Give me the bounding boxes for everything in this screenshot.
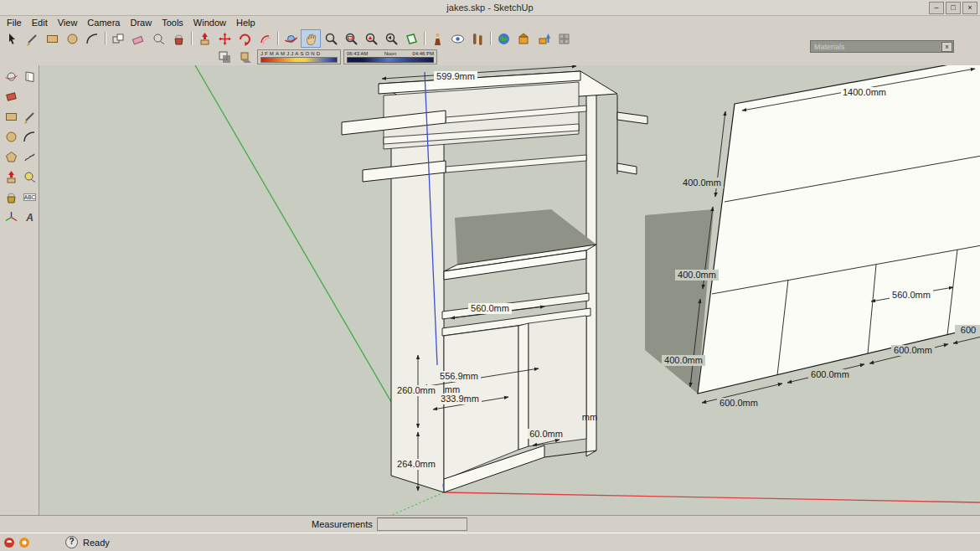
palette-paint-bucket-button[interactable] [2, 188, 21, 207]
palette-tape-measure-button[interactable] [20, 167, 39, 187]
rotated-rectangle-icon [4, 90, 18, 104]
time-gradient-slider[interactable] [347, 57, 434, 63]
menu-help[interactable]: Help [231, 18, 260, 28]
palette-orbit-button[interactable] [2, 67, 21, 86]
select-tool-button[interactable] [2, 29, 22, 48]
offset-tool-button[interactable] [255, 29, 275, 48]
palette-polygon-button[interactable] [2, 147, 21, 167]
time-start-label: 06:43 AM [347, 51, 368, 57]
credit-icon[interactable] [18, 537, 30, 548]
look-around-button[interactable] [447, 29, 467, 48]
palette-rotated-rectangle-button[interactable] [2, 87, 21, 106]
make-component-button[interactable] [108, 29, 128, 48]
shadows-toolbar: JFMAMJJASOND 06:43 AM Noon 04:46 PM [214, 48, 437, 66]
dim-label-fragment-right: mm [582, 412, 597, 422]
circle-icon [65, 32, 80, 46]
polygon-icon [4, 150, 18, 164]
pan-hand-icon [304, 32, 318, 46]
menu-tools[interactable]: Tools [157, 18, 188, 28]
tape-measure-icon [23, 170, 37, 184]
globe-icon [497, 32, 511, 46]
look-around-eye-icon [451, 32, 465, 46]
eraser-tool-button[interactable] [128, 29, 148, 48]
viewport[interactable]: 599.9mm 560.0mm 556.9mm 333.9mm 260.0mm … [39, 65, 980, 515]
shadow-settings-button[interactable] [214, 48, 235, 66]
materials-panel[interactable]: Materials x [810, 40, 954, 53]
menu-draw[interactable]: Draw [125, 18, 157, 28]
get-models-button[interactable] [513, 29, 534, 48]
shadow-toggle-icon [238, 50, 252, 64]
rectangle-icon [45, 32, 59, 46]
palette-line-button[interactable] [20, 107, 39, 126]
google-earth-button[interactable] [493, 29, 513, 48]
walk-tool-button[interactable] [467, 29, 487, 48]
time-noon-label: Noon [384, 51, 396, 57]
minimize-button[interactable]: – [929, 2, 944, 14]
circle-tool-button[interactable] [62, 29, 82, 48]
menu-file[interactable]: File [2, 18, 27, 28]
zoom-previous-button[interactable] [381, 29, 401, 48]
dim-label-panel-width: 1400.0mm [843, 87, 886, 97]
palette-face-button[interactable] [20, 67, 39, 86]
zoom-tool-button[interactable] [321, 29, 341, 48]
share-model-button[interactable] [534, 29, 554, 48]
palette-text-button[interactable]: ABC [20, 188, 39, 207]
palette-freehand-button[interactable] [20, 147, 39, 167]
dim-label-fragment-left: mm [445, 384, 460, 394]
left-tool-palette: ABC A [0, 65, 39, 515]
zoom-window-button[interactable] [341, 29, 361, 48]
cabinet-model[interactable] [342, 71, 647, 492]
grid-icon [557, 32, 571, 46]
tape-measure-icon [152, 32, 166, 46]
palette-circle-button[interactable] [2, 127, 21, 147]
orbit-tool-button[interactable] [281, 29, 301, 48]
tape-measure-button[interactable] [148, 29, 168, 48]
position-camera-button[interactable] [427, 29, 447, 48]
month-gradient-slider[interactable] [260, 57, 338, 63]
palette-rectangle-button[interactable] [2, 107, 21, 126]
panel-model[interactable] [698, 65, 980, 394]
push-pull-button[interactable] [194, 29, 214, 48]
paint-bucket-icon [4, 190, 18, 204]
palette-push-pull-button[interactable] [2, 167, 21, 187]
zoom-previous-icon [384, 32, 399, 46]
arc-tool-button[interactable] [82, 29, 102, 48]
text-tool-icon: ABC [23, 190, 37, 204]
section-plane-icon [405, 32, 419, 46]
paint-bucket-button[interactable] [168, 29, 188, 48]
share-model-icon [537, 32, 551, 46]
viewport-canvas[interactable]: 599.9mm 560.0mm 556.9mm 333.9mm 260.0mm … [39, 65, 980, 515]
materials-close-button[interactable]: x [941, 42, 952, 52]
move-tool-button[interactable] [214, 29, 235, 48]
toolbar-options-button[interactable] [554, 29, 574, 48]
rotate-tool-button[interactable] [235, 29, 255, 48]
shadow-toggle-button[interactable] [235, 48, 255, 66]
menu-camera[interactable]: Camera [82, 18, 125, 28]
menu-view[interactable]: View [53, 18, 83, 28]
palette-arc-button[interactable] [20, 127, 39, 147]
pencil-icon [25, 32, 39, 46]
zoom-extents-button[interactable] [361, 29, 381, 48]
close-button[interactable]: × [962, 2, 977, 14]
dim-label-panel-seg3: 600.0mm [894, 345, 932, 355]
menu-window[interactable]: Window [188, 18, 231, 28]
menu-edit[interactable]: Edit [27, 18, 53, 28]
shadow-month-slider[interactable]: JFMAMJJASOND [257, 49, 341, 64]
dim-label-panel-seg2: 600.0mm [811, 369, 849, 379]
measurements-input[interactable] [377, 518, 467, 531]
orbit-icon [284, 32, 298, 46]
pan-tool-button[interactable] [301, 29, 321, 48]
geolocation-icon[interactable] [3, 537, 15, 548]
section-plane-button[interactable] [401, 29, 421, 48]
dim-label-cab-gap: 60.0mm [529, 429, 563, 439]
palette-3d-text-button[interactable]: A [20, 208, 39, 227]
zoom-window-icon [344, 32, 358, 46]
maximize-button[interactable]: □ [946, 2, 961, 14]
window-controls: – □ × [927, 2, 977, 14]
palette-axes-button[interactable] [2, 208, 21, 227]
line-tool-button[interactable] [22, 29, 42, 48]
rectangle-tool-button[interactable] [42, 29, 62, 48]
zoom-icon [324, 32, 338, 46]
help-icon[interactable]: ? [65, 536, 78, 548]
shadow-time-slider[interactable]: 06:43 AM Noon 04:46 PM [343, 49, 437, 64]
